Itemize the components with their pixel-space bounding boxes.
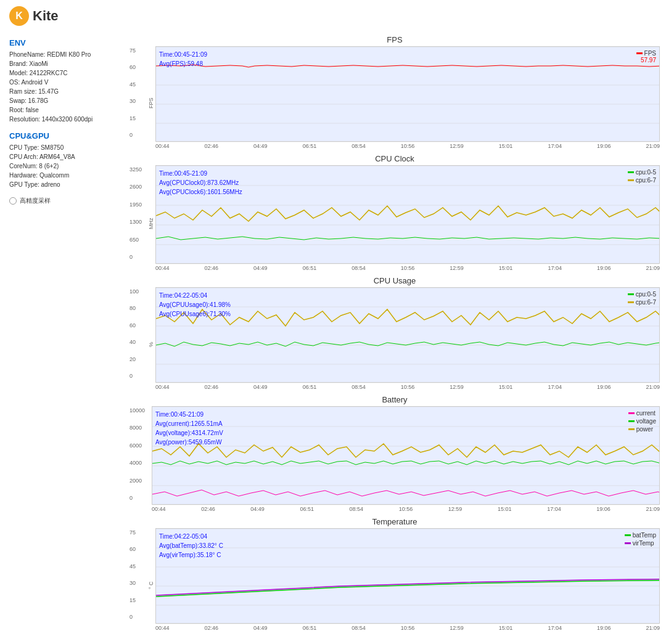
sidebar: ENV PhoneName: REDMI K80 Pro Brand: Xiao…: [0, 32, 123, 639]
cpu-usage-annotation: Time:04:22-05:04 Avg(CPUUsage0):41.98% A…: [159, 291, 231, 319]
temperature-y-label: ° C: [147, 528, 155, 631]
temperature-svg: [156, 529, 659, 624]
temperature-x-axis: 00:44 02:46 04:49 06:51 08:54 10:56 12:5…: [155, 624, 660, 631]
battery-svg: [152, 407, 659, 505]
env-title: ENV: [9, 38, 114, 47]
fps-avg-value: 57.97: [636, 57, 656, 63]
temperature-wrapper: batTemp virTemp Time:04:22-05:04 Avg(bat…: [155, 528, 660, 631]
temperature-annotation: Time:04:22-05:04 Avg(batTemp):33.82° C A…: [159, 532, 223, 560]
cpu-usage-wrapper: cpu:0-5 cpu:6-7 Time:04:22-05:04 Avg(CPU…: [155, 287, 660, 390]
cpu-usage-y-axis: 100 80 60 40 20 0: [130, 287, 147, 390]
env-info: PhoneName: REDMI K80 Pro Brand: XiaoMi M…: [9, 50, 114, 124]
cpu-usage-title: CPU Usage: [130, 276, 660, 285]
cpu-usage-legend-67: cpu:6-7: [628, 299, 656, 306]
logo-text: Kite: [33, 8, 59, 24]
battery-inner: current voltage power: [152, 406, 660, 505]
high-precision-label: 高精度采样: [20, 197, 51, 205]
fps-legend-item: FPS: [636, 50, 656, 57]
fps-chart-wrapper: FPS 57.97 Time:00:45-21:09 Avg(FPS):59.4…: [155, 46, 660, 149]
temperature-inner: batTemp virTemp Time:04:22-05:04 Avg(bat…: [155, 528, 660, 624]
cpu-clock-y-label: MHz: [147, 165, 155, 271]
fps-section: FPS 75 60 45 30 15 0 FPS: [130, 35, 660, 149]
battery-legend-current: current: [628, 410, 656, 417]
battery-legend-power: power: [628, 426, 656, 433]
cpu-clock-y-axis: 3250 2600 1950 1300 650 0: [130, 165, 147, 271]
battery-legend-voltage-label: voltage: [636, 418, 656, 425]
cpu-gpu-info: CPU Type: SM8750 CPU Arch: ARM64_V8A Cor…: [9, 143, 114, 189]
battery-legend-current-label: current: [636, 410, 656, 417]
fps-chart-inner: FPS 57.97 Time:00:45-21:09 Avg(FPS):59.4…: [155, 46, 660, 142]
temperature-legend-bat-label: batTemp: [633, 532, 656, 539]
cpu-usage-legend: cpu:0-5 cpu:6-7: [628, 291, 656, 306]
temperature-legend: batTemp virTemp: [625, 532, 656, 547]
battery-x-axis: 00:44 02:46 04:49 06:51 08:54 10:56 12:5…: [152, 505, 660, 512]
fps-legend-label: FPS: [644, 50, 656, 57]
cpu-clock-title: CPU Clock: [130, 154, 660, 163]
cpu-clock-legend-05: cpu:0-5: [628, 169, 656, 176]
fps-x-axis: 00:44 02:46 04:49 06:51 08:54 10:56 12:5…: [155, 142, 660, 149]
temperature-legend-vir-label: virTemp: [633, 540, 654, 547]
cpu-clock-section: CPU Clock 3250 2600 1950 1300 650 0 MHz: [130, 154, 660, 271]
header: K Kite: [0, 0, 666, 32]
temperature-container: 75 60 45 30 15 0 ° C batTemp: [130, 528, 660, 631]
battery-legend-voltage: voltage: [628, 418, 656, 425]
battery-annotation: Time:00:45-21:09 Avg(current):1265.51mA …: [155, 410, 223, 447]
cpu-clock-wrapper: cpu:0-5 cpu:6-7 Time:00:45-21:09 Avg(CPU…: [155, 165, 660, 271]
cpu-clock-legend: cpu:0-5 cpu:6-7: [628, 169, 656, 184]
cpu-usage-svg: [156, 288, 659, 383]
temperature-section: Temperature 75 60 45 30 15 0 ° C: [130, 517, 660, 631]
cpu-clock-x-axis: 00:44 02:46 04:49 06:51 08:54 10:56 12:5…: [155, 264, 660, 271]
temperature-legend-vir: virTemp: [625, 540, 656, 547]
cpu-gpu-title: CPU&GPU: [9, 131, 114, 141]
fps-title: FPS: [130, 35, 660, 44]
logo-icon: K: [9, 6, 29, 26]
cpu-usage-y-label: %: [147, 287, 155, 390]
battery-container: 10000 8000 6000 4000 2000 0 current: [130, 406, 660, 512]
cpu-clock-annotation: Time:00:45-21:09 Avg(CPUClock0):873.62MH…: [159, 169, 242, 197]
cpu-usage-section: CPU Usage 100 80 60 40 20 0 %: [130, 276, 660, 390]
high-precision[interactable]: 高精度采样: [9, 197, 114, 205]
high-precision-radio[interactable]: [9, 197, 17, 205]
fps-y-axis: 75 60 45 30 15 0: [130, 46, 147, 149]
battery-legend: current voltage power: [628, 410, 656, 433]
charts-area: FPS 75 60 45 30 15 0 FPS: [123, 32, 666, 639]
fps-chart-container: 75 60 45 30 15 0 FPS FPS: [130, 46, 660, 149]
cpu-clock-legend-67: cpu:6-7: [628, 177, 656, 184]
cpu-clock-container: 3250 2600 1950 1300 650 0 MHz cpu:0-5: [130, 165, 660, 271]
cpu-usage-x-axis: 00:44 02:46 04:49 06:51 08:54 10:56 12:5…: [155, 383, 660, 390]
cpu-usage-legend-05: cpu:0-5: [628, 291, 656, 298]
fps-legend-color: [636, 52, 643, 54]
logo: K Kite: [9, 6, 59, 26]
battery-wrapper: current voltage power: [152, 406, 660, 512]
fps-y-label: FPS: [147, 46, 155, 149]
cpu-usage-container: 100 80 60 40 20 0 % cpu:0-5: [130, 287, 660, 390]
temperature-legend-bat: batTemp: [625, 532, 656, 539]
temperature-title: Temperature: [130, 517, 660, 526]
fps-svg: [156, 47, 659, 142]
battery-title: Battery: [130, 395, 660, 404]
battery-legend-power-label: power: [636, 426, 653, 433]
battery-y-axis: 10000 8000 6000 4000 2000 0: [130, 406, 152, 512]
cpu-usage-inner: cpu:0-5 cpu:6-7 Time:04:22-05:04 Avg(CPU…: [155, 287, 660, 383]
temperature-y-axis: 75 60 45 30 15 0: [130, 528, 147, 631]
cpu-clock-inner: cpu:0-5 cpu:6-7 Time:00:45-21:09 Avg(CPU…: [155, 165, 660, 264]
battery-section: Battery 10000 8000 6000 4000 2000 0: [130, 395, 660, 512]
fps-annotation: Time:00:45-21:09 Avg(FPS):59.48: [159, 50, 207, 68]
fps-legend: FPS 57.97: [636, 50, 656, 63]
